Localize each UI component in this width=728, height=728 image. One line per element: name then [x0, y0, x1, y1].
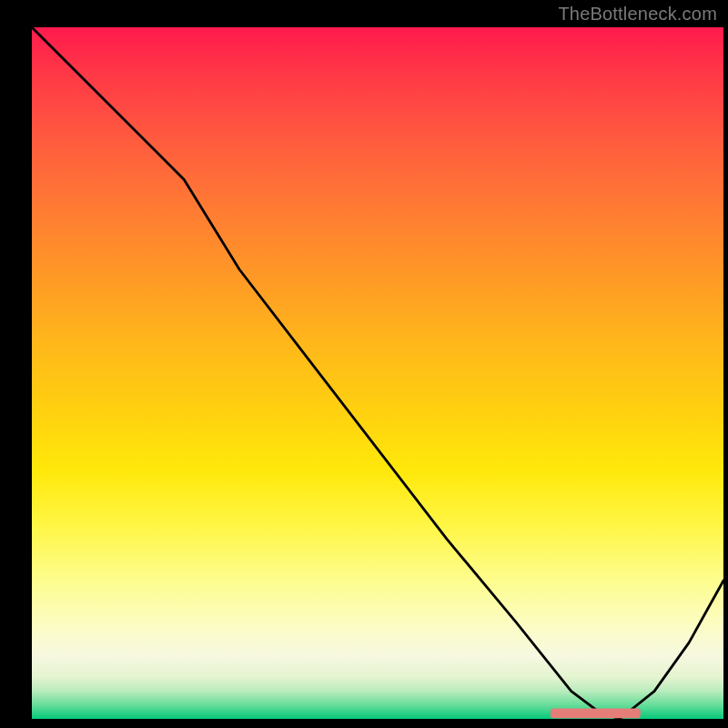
bottleneck-curve [32, 27, 723, 719]
optimal-range-marker [551, 709, 641, 719]
chart-frame: TheBottleneck.com [0, 0, 728, 728]
plot-area [32, 27, 723, 719]
attribution-label: TheBottleneck.com [558, 4, 717, 25]
chart-svg [32, 27, 723, 719]
